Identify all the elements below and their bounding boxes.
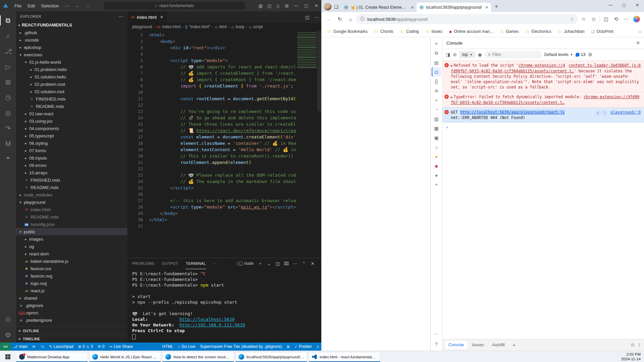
message-source-link[interactable]: content.ts-loader-3ed3668f.js:8 [569, 63, 641, 68]
start-button[interactable] [0, 351, 15, 362]
taskbar-button-2[interactable]: How to detect the screen resoluti... [162, 352, 234, 362]
tree-item-playground[interactable]: ▾playground [16, 198, 127, 206]
tree-item-06-styling[interactable]: ▸06.styling [16, 139, 127, 147]
sources-panel-icon[interactable]: {} [432, 77, 441, 86]
menu-file[interactable]: File [11, 3, 24, 8]
expand-arrow-icon[interactable]: ▶ [451, 96, 452, 99]
terminal-more-icon[interactable]: ⋯ [291, 261, 299, 266]
favorites-icon[interactable]: ☆ [579, 16, 589, 22]
tree-item--gitignore[interactable]: ◈.gitignore [16, 302, 127, 309]
workspaces-icon[interactable]: ❏ [334, 4, 338, 9]
extension-icon[interactable]: ◆ [432, 161, 441, 170]
close-button[interactable]: ✕ [311, 3, 321, 8]
expand-arrow-icon[interactable]: ▶ [451, 64, 452, 67]
collections-icon[interactable]: ⟲ [611, 16, 621, 22]
source-control-icon[interactable]: ⎇ [0, 44, 16, 59]
panel-tab-output[interactable]: OUTPUT [162, 258, 178, 269]
editor-scrollbar[interactable] [317, 31, 321, 111]
tree-item-react-dom[interactable]: ▸react-dom [16, 250, 127, 257]
console-settings-icon[interactable]: ⚙ [588, 52, 592, 57]
taskbar-button-4[interactable]: index.html - react-fundamentals -... [309, 352, 380, 362]
network-panel-icon[interactable]: ≋ [432, 86, 441, 95]
bookmark-octoprint[interactable]: ❏OctoPrint [589, 28, 616, 35]
breadcrumb-item[interactable]: html [219, 24, 227, 29]
settings-icon[interactable]: ⚙ [0, 327, 16, 343]
new-tab-button[interactable]: ＋ [494, 3, 499, 10]
bookmarks-overflow-icon[interactable]: › [639, 29, 641, 34]
more-icon[interactable]: ⋯ [621, 16, 631, 22]
tree-item-02-problem-root[interactable]: ▸02.problem.root [16, 80, 127, 88]
taskbar-clock[interactable]: 2:02 PM 2024-11-14 [621, 351, 644, 362]
more-tools-icon[interactable]: ＋ [432, 180, 441, 189]
tree-item-01-problem-hello[interactable]: ▸01.problem.hello [16, 66, 127, 73]
browser-maximize-button[interactable]: ▢ [617, 0, 631, 10]
breadcrumb-item[interactable]: "index.html" [189, 24, 210, 29]
status-pull-request[interactable]: ⌥ [38, 343, 47, 351]
inspect-icon[interactable]: ⌖ [432, 39, 441, 48]
editor-more-icon[interactable]: ⋯ [312, 15, 321, 20]
panel-tab-terminal[interactable]: TERMINAL [185, 258, 206, 269]
command-center-search[interactable]: ⌕ react-fundamentals [104, 2, 245, 10]
breadcrumb-item[interactable]: index.html [162, 24, 181, 29]
tree-item-babel-standalone-js[interactable]: JSbabel-standalone.js [16, 257, 127, 265]
status-ports[interactable]: Ψ0 [96, 343, 107, 351]
refresh-icon[interactable]: ↻ [335, 16, 345, 22]
search-icon[interactable]: ⌕ [0, 28, 16, 44]
tab-close-icon[interactable]: ✕ [160, 15, 163, 19]
status-errors[interactable]: ⊗0⚠0 [76, 343, 95, 351]
layout-icon-2[interactable]: ▯ [274, 3, 282, 8]
explorer-icon[interactable]: ⧉ [0, 13, 16, 28]
tab-close-icon[interactable]: ✕ [411, 5, 414, 10]
status-prettier[interactable]: ✓Prettier [292, 343, 314, 351]
status-notifications[interactable]: ⍾ [314, 343, 321, 351]
menu-selection[interactable]: Selection [38, 3, 62, 8]
tree-item-og[interactable]: ▸og [16, 243, 127, 250]
favorite-star-icon[interactable]: ☆ [570, 17, 574, 22]
tree-item-public[interactable]: ▾public [16, 228, 127, 235]
console-error-0[interactable]: ✕content.ts-loader-3ed3668f.js:8▶Refused… [442, 61, 644, 92]
bookmark-juhachiban[interactable]: 🗀Juhachiban [555, 28, 587, 35]
tab-index-html[interactable]: <> index.html ✕ [127, 11, 167, 23]
console-panel-icon[interactable]: ⊡ [432, 67, 441, 76]
bookmark-games[interactable]: 🗀Games [497, 28, 522, 35]
nav-back-icon[interactable]: ← [72, 3, 83, 8]
back-icon[interactable]: ← [324, 16, 334, 22]
bookmark-coding[interactable]: 🗀Coding [397, 28, 422, 35]
kill-terminal-icon[interactable]: ⌧ [282, 261, 290, 266]
tree-item-04-components[interactable]: ▸04.components [16, 125, 127, 132]
console-filter-input[interactable]: ≡ Filter [485, 51, 542, 58]
browser-tab-1[interactable]: localhost:5639/app/playground/✕ [417, 3, 491, 12]
status-launchpad[interactable]: ✎Launchpad [47, 343, 76, 351]
network-conditions-icon[interactable]: ≈ [432, 96, 441, 105]
drawer-tab-autofill[interactable]: Autofill [489, 341, 508, 349]
more-icon[interactable]: ⋯ [432, 329, 441, 338]
layout-icon-3[interactable]: ⊞ [282, 3, 291, 8]
supermaven-icon[interactable]: M [0, 136, 16, 152]
console-prompt[interactable]: › [442, 123, 644, 132]
tab-close-icon[interactable]: ✕ [485, 5, 488, 10]
breadcrumb-item[interactable]: script [253, 24, 263, 29]
tree-item-epicshop[interactable]: ▸epicshop [16, 44, 127, 51]
page-content[interactable] [321, 37, 430, 351]
live-share-icon[interactable]: ↷ [0, 121, 16, 136]
console-sidebar-icon[interactable]: ◨ [446, 52, 450, 57]
application-panel-icon[interactable]: ▦ [432, 124, 441, 133]
export-icon[interactable]: ⇪ [638, 342, 641, 348]
new-terminal-icon[interactable]: ＋ [256, 260, 264, 266]
status-layout-grid[interactable]: ⊞ [284, 343, 292, 351]
breadcrumb-item[interactable]: playground [132, 24, 152, 29]
performance-panel-icon[interactable]: ◔ [432, 105, 441, 114]
elements-panel-icon[interactable]: ▤ [432, 58, 441, 67]
copilot-icon[interactable] [633, 16, 640, 22]
explorer-root-folder[interactable]: ▾ REACT-FUNDAMENTALS [16, 21, 127, 29]
drawer-tab-console[interactable]: Console [445, 341, 467, 349]
tree-item-08-inputs[interactable]: ▸08.inputs [16, 154, 127, 162]
tree-item-README-mdx[interactable]: ≡README.mdx [16, 103, 127, 110]
profile-avatar[interactable] [324, 3, 331, 10]
close-panel-icon[interactable]: ✕ [309, 261, 317, 266]
remote-indicator[interactable]: >< [0, 343, 11, 351]
tree-item-react-js[interactable]: JSreact.js [16, 287, 127, 294]
terminal-output[interactable]: PS E:\react-fundamentals> ^CPS E:\react-… [127, 269, 321, 343]
taskbar-button-1[interactable]: Hello World in JS | Epic React by K... [89, 352, 161, 362]
extensions-icon[interactable]: ⊞ [0, 74, 16, 90]
